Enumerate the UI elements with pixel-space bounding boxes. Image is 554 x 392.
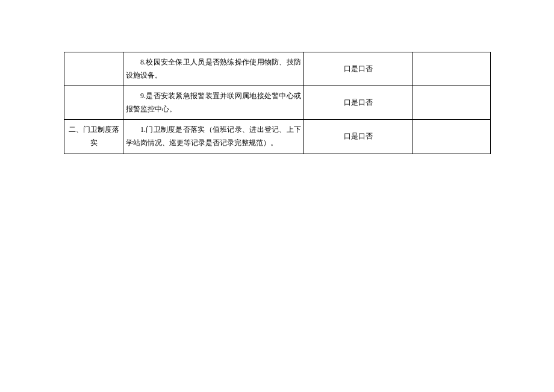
item-cell: 9.是否安装紧急报警装置并联网属地接处警中心或报警监控中心。 xyxy=(123,86,304,120)
item-text: 8.校园安全保卫人员是否熟练操作使用物防、技防设施设备。 xyxy=(126,56,301,82)
table-row: 二、门卫制度落实 1.门卫制度是否落实（值班记录、进出登记、上下学站岗情况、巡更… xyxy=(64,120,491,154)
remark-cell xyxy=(412,86,491,120)
check-options: 口是口否 xyxy=(344,64,373,73)
check-cell: 口是口否 xyxy=(304,120,412,154)
item-text: 9.是否安装紧急报警装置并联网属地接处警中心或报警监控中心。 xyxy=(126,90,301,116)
check-cell: 口是口否 xyxy=(304,52,412,86)
category-cell xyxy=(64,86,123,120)
category-cell: 二、门卫制度落实 xyxy=(64,120,123,154)
table-row: 9.是否安装紧急报警装置并联网属地接处警中心或报警监控中心。 口是口否 xyxy=(64,86,491,120)
category-text: 二、门卫制度落实 xyxy=(69,125,119,147)
item-cell: 8.校园安全保卫人员是否熟练操作使用物防、技防设施设备。 xyxy=(123,52,304,86)
remark-cell xyxy=(412,52,491,86)
remark-cell xyxy=(412,120,491,154)
item-cell: 1.门卫制度是否落实（值班记录、进出登记、上下学站岗情况、巡更等记录是否记录完整… xyxy=(123,120,304,154)
item-text: 1.门卫制度是否落实（值班记录、进出登记、上下学站岗情况、巡更等记录是否记录完整… xyxy=(126,123,301,149)
check-options: 口是口否 xyxy=(344,98,373,107)
inspection-table: 8.校园安全保卫人员是否熟练操作使用物防、技防设施设备。 口是口否 9.是否安装… xyxy=(64,52,491,154)
check-options: 口是口否 xyxy=(344,132,373,140)
inspection-table-container: 8.校园安全保卫人员是否熟练操作使用物防、技防设施设备。 口是口否 9.是否安装… xyxy=(64,52,490,154)
table-row: 8.校园安全保卫人员是否熟练操作使用物防、技防设施设备。 口是口否 xyxy=(64,52,491,86)
check-cell: 口是口否 xyxy=(304,86,412,120)
category-cell xyxy=(64,52,123,86)
